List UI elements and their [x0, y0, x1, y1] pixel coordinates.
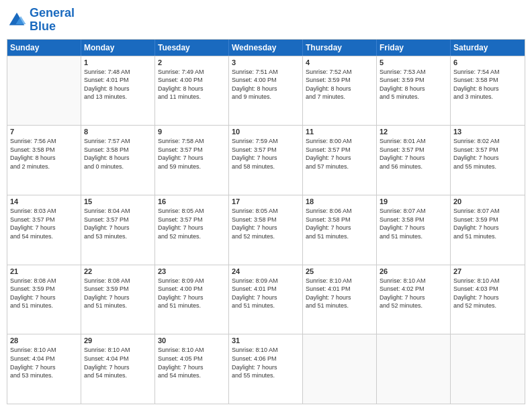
day-number: 19 — [380, 197, 447, 205]
calendar-cell — [303, 334, 377, 404]
cell-info: Sunrise: 7:59 AM Sunset: 3:57 PM Dayligh… — [232, 137, 300, 171]
day-number: 15 — [84, 197, 152, 205]
calendar-cell: 1Sunrise: 7:48 AM Sunset: 4:01 PM Daylig… — [81, 56, 155, 126]
day-number: 22 — [84, 267, 152, 275]
cell-info: Sunrise: 8:10 AM Sunset: 4:03 PM Dayligh… — [453, 277, 522, 310]
header-day-monday: Monday — [81, 40, 155, 56]
calendar-cell: 30Sunrise: 8:10 AM Sunset: 4:05 PM Dayli… — [155, 334, 229, 404]
cell-info: Sunrise: 8:10 AM Sunset: 4:06 PM Dayligh… — [232, 346, 300, 379]
day-number: 26 — [380, 267, 447, 275]
calendar-cell: 29Sunrise: 8:10 AM Sunset: 4:04 PM Dayli… — [81, 334, 155, 404]
header-day-saturday: Saturday — [451, 40, 525, 56]
calendar-body: 1Sunrise: 7:48 AM Sunset: 4:01 PM Daylig… — [7, 56, 525, 404]
header-day-tuesday: Tuesday — [155, 40, 229, 56]
day-number: 30 — [158, 336, 226, 345]
day-number: 12 — [380, 128, 447, 136]
cell-info: Sunrise: 8:05 AM Sunset: 3:57 PM Dayligh… — [158, 207, 226, 240]
day-number: 29 — [84, 336, 152, 345]
day-number: 18 — [306, 197, 373, 205]
calendar-cell: 18Sunrise: 8:06 AM Sunset: 3:58 PM Dayli… — [303, 195, 377, 265]
calendar-cell — [7, 56, 81, 126]
calendar-cell: 7Sunrise: 7:56 AM Sunset: 3:58 PM Daylig… — [7, 126, 81, 195]
day-number: 27 — [453, 267, 522, 275]
cell-info: Sunrise: 8:03 AM Sunset: 3:57 PM Dayligh… — [10, 207, 78, 240]
day-number: 10 — [232, 128, 300, 136]
calendar-cell: 22Sunrise: 8:08 AM Sunset: 3:59 PM Dayli… — [81, 265, 155, 334]
cell-info: Sunrise: 8:10 AM Sunset: 4:04 PM Dayligh… — [10, 346, 78, 379]
cell-info: Sunrise: 7:56 AM Sunset: 3:58 PM Dayligh… — [10, 137, 78, 171]
cell-info: Sunrise: 7:51 AM Sunset: 4:00 PM Dayligh… — [232, 68, 300, 101]
calendar-cell: 23Sunrise: 8:09 AM Sunset: 4:00 PM Dayli… — [155, 265, 229, 334]
logo: General Blue — [7, 7, 75, 34]
calendar-row-3: 21Sunrise: 8:08 AM Sunset: 3:59 PM Dayli… — [7, 265, 525, 334]
cell-info: Sunrise: 7:53 AM Sunset: 3:59 PM Dayligh… — [380, 68, 447, 101]
cell-info: Sunrise: 7:49 AM Sunset: 4:00 PM Dayligh… — [158, 68, 226, 101]
cell-info: Sunrise: 8:10 AM Sunset: 4:04 PM Dayligh… — [84, 346, 152, 379]
day-number: 3 — [232, 58, 300, 66]
day-number: 23 — [158, 267, 226, 275]
logo-text: General Blue — [30, 7, 75, 34]
calendar-cell: 14Sunrise: 8:03 AM Sunset: 3:57 PM Dayli… — [7, 195, 81, 265]
day-number: 25 — [306, 267, 373, 275]
day-number: 9 — [158, 128, 226, 136]
cell-info: Sunrise: 8:04 AM Sunset: 3:57 PM Dayligh… — [84, 207, 152, 240]
day-number: 28 — [10, 336, 78, 345]
calendar-cell: 25Sunrise: 8:10 AM Sunset: 4:01 PM Dayli… — [303, 265, 377, 334]
calendar-row-0: 1Sunrise: 7:48 AM Sunset: 4:01 PM Daylig… — [7, 56, 525, 126]
day-number: 16 — [158, 197, 226, 205]
cell-info: Sunrise: 7:54 AM Sunset: 3:58 PM Dayligh… — [453, 68, 522, 101]
calendar-cell: 15Sunrise: 8:04 AM Sunset: 3:57 PM Dayli… — [81, 195, 155, 265]
logo-icon — [7, 10, 27, 30]
calendar-cell: 3Sunrise: 7:51 AM Sunset: 4:00 PM Daylig… — [229, 56, 303, 126]
cell-info: Sunrise: 8:07 AM Sunset: 3:59 PM Dayligh… — [453, 207, 522, 240]
header-day-friday: Friday — [377, 40, 451, 56]
calendar-cell: 4Sunrise: 7:52 AM Sunset: 3:59 PM Daylig… — [303, 56, 377, 126]
day-number: 1 — [84, 58, 152, 66]
day-number: 17 — [232, 197, 300, 205]
calendar-cell: 12Sunrise: 8:01 AM Sunset: 3:57 PM Dayli… — [377, 126, 451, 195]
calendar-cell: 31Sunrise: 8:10 AM Sunset: 4:06 PM Dayli… — [229, 334, 303, 404]
cell-info: Sunrise: 8:10 AM Sunset: 4:01 PM Dayligh… — [306, 277, 373, 310]
header-day-wednesday: Wednesday — [229, 40, 303, 56]
cell-info: Sunrise: 8:01 AM Sunset: 3:57 PM Dayligh… — [380, 137, 447, 171]
calendar-row-4: 28Sunrise: 8:10 AM Sunset: 4:04 PM Dayli… — [7, 334, 525, 404]
calendar-cell: 6Sunrise: 7:54 AM Sunset: 3:58 PM Daylig… — [451, 56, 525, 126]
cell-info: Sunrise: 8:08 AM Sunset: 3:59 PM Dayligh… — [84, 277, 152, 310]
day-number: 20 — [453, 197, 522, 205]
calendar-cell: 17Sunrise: 8:05 AM Sunset: 3:58 PM Dayli… — [229, 195, 303, 265]
calendar-row-1: 7Sunrise: 7:56 AM Sunset: 3:58 PM Daylig… — [7, 125, 525, 195]
day-number: 5 — [380, 58, 447, 66]
calendar-cell: 16Sunrise: 8:05 AM Sunset: 3:57 PM Dayli… — [155, 195, 229, 265]
calendar-cell: 26Sunrise: 8:10 AM Sunset: 4:02 PM Dayli… — [377, 265, 451, 334]
cell-info: Sunrise: 8:07 AM Sunset: 3:58 PM Dayligh… — [380, 207, 447, 240]
cell-info: Sunrise: 7:57 AM Sunset: 3:58 PM Dayligh… — [84, 137, 152, 171]
day-number: 6 — [453, 58, 522, 66]
cell-info: Sunrise: 8:05 AM Sunset: 3:58 PM Dayligh… — [232, 207, 300, 240]
calendar-cell: 5Sunrise: 7:53 AM Sunset: 3:59 PM Daylig… — [377, 56, 451, 126]
calendar-cell: 10Sunrise: 7:59 AM Sunset: 3:57 PM Dayli… — [229, 126, 303, 195]
day-number: 14 — [10, 197, 78, 205]
calendar-row-2: 14Sunrise: 8:03 AM Sunset: 3:57 PM Dayli… — [7, 195, 525, 265]
cell-info: Sunrise: 7:52 AM Sunset: 3:59 PM Dayligh… — [306, 68, 373, 101]
header: General Blue — [7, 7, 525, 34]
header-day-sunday: Sunday — [7, 40, 81, 56]
cell-info: Sunrise: 8:10 AM Sunset: 4:02 PM Dayligh… — [380, 277, 447, 310]
calendar-cell: 8Sunrise: 7:57 AM Sunset: 3:58 PM Daylig… — [81, 126, 155, 195]
calendar-cell: 24Sunrise: 8:09 AM Sunset: 4:01 PM Dayli… — [229, 265, 303, 334]
cell-info: Sunrise: 8:02 AM Sunset: 3:57 PM Dayligh… — [453, 137, 522, 171]
calendar-cell: 11Sunrise: 8:00 AM Sunset: 3:57 PM Dayli… — [303, 126, 377, 195]
calendar-cell: 27Sunrise: 8:10 AM Sunset: 4:03 PM Dayli… — [451, 265, 525, 334]
cell-info: Sunrise: 8:06 AM Sunset: 3:58 PM Dayligh… — [306, 207, 373, 240]
calendar-cell — [451, 334, 525, 404]
calendar-cell — [377, 334, 451, 404]
calendar-cell: 13Sunrise: 8:02 AM Sunset: 3:57 PM Dayli… — [451, 126, 525, 195]
day-number: 31 — [232, 336, 300, 345]
day-number: 11 — [306, 128, 373, 136]
day-number: 2 — [158, 58, 226, 66]
day-number: 4 — [306, 58, 373, 66]
cell-info: Sunrise: 8:09 AM Sunset: 4:01 PM Dayligh… — [232, 277, 300, 310]
cell-info: Sunrise: 7:48 AM Sunset: 4:01 PM Dayligh… — [84, 68, 152, 101]
calendar-cell: 28Sunrise: 8:10 AM Sunset: 4:04 PM Dayli… — [7, 334, 81, 404]
header-day-thursday: Thursday — [303, 40, 377, 56]
cell-info: Sunrise: 8:08 AM Sunset: 3:59 PM Dayligh… — [10, 277, 78, 310]
